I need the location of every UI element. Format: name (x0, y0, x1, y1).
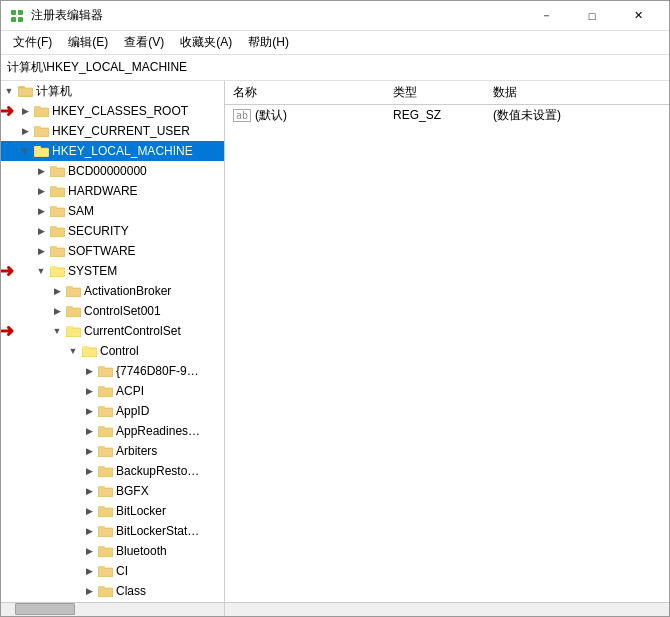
expander-7746d80f[interactable]: ▶ (81, 361, 97, 381)
folder-icon-appreadiness (97, 424, 113, 438)
folder-icon-activationbroker (65, 284, 81, 298)
folder-icon-system (49, 264, 65, 278)
svg-rect-11 (34, 148, 49, 157)
tree-item-bluetooth[interactable]: ▶ Bluetooth (1, 541, 224, 561)
tree-item-bcd[interactable]: ▶ BCD00000000 (1, 161, 224, 181)
tree-item-bitlockerstatus[interactable]: ▶ BitLockerStat… (1, 521, 224, 541)
tree-label-local-machine: HKEY_LOCAL_MACHINE (52, 144, 193, 158)
svg-rect-25 (66, 288, 81, 297)
expander-appid[interactable]: ▶ (81, 401, 97, 421)
tree-item-software[interactable]: ▶ SOFTWARE (1, 241, 224, 261)
tree-item-control[interactable]: ▼ Control (1, 341, 224, 361)
tree-item-appreadiness[interactable]: ▶ AppReadines… (1, 421, 224, 441)
col-header-data: 数据 (485, 81, 669, 104)
svg-rect-55 (98, 588, 113, 597)
folder-icon-bitlockerstatus (97, 524, 113, 538)
expander-system[interactable]: ▼ (33, 261, 49, 281)
expander-acpi[interactable]: ▶ (81, 381, 97, 401)
expander-activationbroker[interactable]: ▶ (49, 281, 65, 301)
tree-item-activationbroker[interactable]: ▶ ActivationBroker (1, 281, 224, 301)
expander-hardware[interactable]: ▶ (33, 181, 49, 201)
svg-rect-36 (98, 386, 105, 389)
expander-security[interactable]: ▶ (33, 221, 49, 241)
expander-class[interactable]: ▶ (81, 581, 97, 601)
folder-icon-bgfx (97, 484, 113, 498)
expander-backuprestore[interactable]: ▶ (81, 461, 97, 481)
tree-item-bgfx[interactable]: ▶ BGFX (1, 481, 224, 501)
expander-bluetooth[interactable]: ▶ (81, 541, 97, 561)
close-button[interactable]: ✕ (615, 1, 661, 31)
tree-item-sam[interactable]: ▶ SAM (1, 201, 224, 221)
tree-item-acpi[interactable]: ▶ ACPI (1, 381, 224, 401)
expander-current-user[interactable]: ▶ (17, 121, 33, 141)
svg-rect-8 (34, 106, 41, 109)
svg-rect-34 (98, 366, 105, 369)
expander-bitlocker[interactable]: ▶ (81, 501, 97, 521)
expander-bgfx[interactable]: ▶ (81, 481, 97, 501)
tree-item-local-machine[interactable]: ▼ HKEY_LOCAL_MACHINE (1, 141, 224, 161)
tree-item-classes-root[interactable]: ▶ HKEY_CLASSES_ROOT ➜ (1, 101, 224, 121)
detail-hscroll[interactable] (225, 603, 669, 616)
tree-item-ci[interactable]: ▶ CI (1, 561, 224, 581)
tree-item-arbiters[interactable]: ▶ Arbiters (1, 441, 224, 461)
menu-edit[interactable]: 编辑(E) (60, 32, 116, 54)
tree-label-classes-root: HKEY_CLASSES_ROOT (52, 104, 188, 118)
tree-item-7746d80f[interactable]: ▶ {7746D80F-9… (1, 361, 224, 381)
svg-rect-30 (66, 326, 73, 329)
menu-bar: 文件(F) 编辑(E) 查看(V) 收藏夹(A) 帮助(H) (1, 31, 669, 55)
menu-favorites[interactable]: 收藏夹(A) (172, 32, 240, 54)
folder-icon-acpi (97, 384, 113, 398)
expander-sam[interactable]: ▶ (33, 201, 49, 221)
expander-control[interactable]: ▼ (65, 341, 81, 361)
maximize-button[interactable]: □ (569, 1, 615, 31)
minimize-button[interactable]: － (523, 1, 569, 31)
tree-hscroll-thumb[interactable] (15, 603, 75, 615)
svg-rect-40 (98, 426, 105, 429)
tree-item-appid[interactable]: ▶ AppID (1, 401, 224, 421)
tree-item-backuprestore[interactable]: ▶ BackupResto… (1, 461, 224, 481)
tree-label-bgfx: BGFX (116, 484, 149, 498)
tree-item-system[interactable]: ▼ SYSTEM ➜ (1, 261, 224, 281)
tree-label-appreadiness: AppReadines… (116, 424, 200, 438)
expander-bcd[interactable]: ▶ (33, 161, 49, 181)
tree-label-bitlockerstatus: BitLockerStat… (116, 524, 199, 538)
tree-panel[interactable]: ▼ 计算机 ▶ HKEY_CLASSES_ROOT ➜ ▶ (1, 81, 225, 602)
expander-appreadiness[interactable]: ▶ (81, 421, 97, 441)
svg-rect-18 (50, 206, 57, 209)
svg-rect-20 (50, 226, 57, 229)
svg-rect-12 (34, 146, 41, 149)
expander-controlset001[interactable]: ▶ (49, 301, 65, 321)
svg-rect-41 (98, 448, 113, 457)
svg-rect-32 (82, 346, 89, 349)
tree-item-bitlocker[interactable]: ▶ BitLocker (1, 501, 224, 521)
tree-hscroll[interactable] (1, 603, 225, 616)
tree-label-class: Class (116, 584, 146, 598)
tree-item-class[interactable]: ▶ Class (1, 581, 224, 601)
tree-item-controlset001[interactable]: ▶ ControlSet001 (1, 301, 224, 321)
expander-software[interactable]: ▶ (33, 241, 49, 261)
expander-currentcontrolset[interactable]: ▼ (49, 321, 65, 341)
menu-help[interactable]: 帮助(H) (240, 32, 297, 54)
expander-bitlockerstatus[interactable]: ▶ (81, 521, 97, 541)
detail-row-default[interactable]: ab (默认) REG_SZ (数值未设置) (225, 105, 669, 125)
svg-rect-13 (50, 168, 65, 177)
tree-item-current-user[interactable]: ▶ HKEY_CURRENT_USER (1, 121, 224, 141)
tree-item-currentcontrolset[interactable]: ▼ CurrentControlSet ➜ (1, 321, 224, 341)
expander-computer[interactable]: ▼ (1, 81, 17, 101)
menu-view[interactable]: 查看(V) (116, 32, 172, 54)
title-bar: 注册表编辑器 － □ ✕ (1, 1, 669, 31)
tree-item-security[interactable]: ▶ SECURITY (1, 221, 224, 241)
svg-rect-49 (98, 528, 113, 537)
svg-rect-38 (98, 406, 105, 409)
tree-item-hardware[interactable]: ▶ HARDWARE (1, 181, 224, 201)
tree-label-hardware: HARDWARE (68, 184, 138, 198)
expander-classes-root[interactable]: ▶ (17, 101, 33, 121)
tree-item-computer[interactable]: ▼ 计算机 (1, 81, 224, 101)
svg-rect-24 (50, 266, 57, 269)
expander-local-machine[interactable]: ▼ (17, 141, 33, 161)
expander-arbiters[interactable]: ▶ (81, 441, 97, 461)
expander-ci[interactable]: ▶ (81, 561, 97, 581)
svg-rect-6 (18, 88, 33, 96)
menu-file[interactable]: 文件(F) (5, 32, 60, 54)
svg-rect-29 (66, 328, 81, 337)
